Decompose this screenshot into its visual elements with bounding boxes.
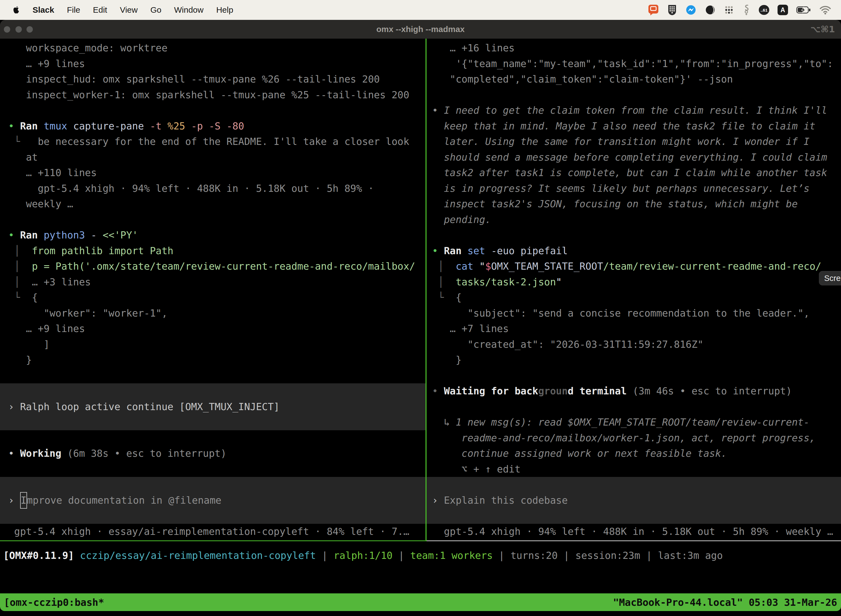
terminal-line: └ be necessary for the end of the README… [8,134,425,150]
terminal-line [8,103,425,119]
wifi-icon[interactable] [819,5,831,15]
battery-icon[interactable] [796,6,811,14]
right-terminal-pane[interactable]: … +16 lines '{"team_name":"my-team","tas… [426,39,841,540]
terminal-line [432,368,841,384]
terminal-line [8,383,425,399]
badge-61-label: ..61 [760,8,767,12]
terminal-line: is in progress? It seems likely but perh… [432,181,841,197]
screen: { "menu_bar": { "app_name": "Slack", "it… [0,0,841,616]
messenger-icon[interactable] [686,4,696,15]
terminal-line: › Improve documentation in @filename [8,493,425,508]
screen-share-icon[interactable] [648,4,659,16]
pane-status-line: gpt-5.4 xhigh · essay/ai-reimplementatio… [8,524,425,540]
screen-tooltip-label: Scre [824,274,841,283]
working-status: • Working (6m 38s • esc to interrupt) [8,430,425,477]
terminal-line: • Waiting for background terminal (3m 46… [432,383,841,399]
hud-line: [OMX#0.11.9] cczip/essay/ai-reimplementa… [3,548,723,563]
menu-item-edit[interactable]: Edit [93,5,107,14]
terminal-line [8,462,425,477]
terminal-line [432,399,841,415]
terminal-line: └ { [432,290,841,305]
terminal-line: │ cat "$OMX_TEAM_STATE_ROOT/team/review-… [432,259,841,274]
omx-hud-status-line: [OMX#0.11.9] cczip/essay/ai-reimplementa… [3,548,723,563]
dots-grid-icon[interactable] [724,5,734,15]
tmux-host-clock-label: "MacBook-Pro-44.local" 05:03 31-Mar-26 [613,597,837,608]
badge-61-icon[interactable]: ..61 [759,5,769,15]
left-terminal-pane[interactable]: workspace_mode: worktree … +9 lines insp… [0,39,425,540]
terminal-line: gpt-5.4 xhigh · 94% left · 488K in · 5.1… [8,181,425,197]
a-key-label: A [781,6,785,14]
terminal-line: weekly … [8,196,425,212]
terminal-line: │ p = Path('.omx/state/team/review-curre… [8,259,425,274]
menu-item-go[interactable]: Go [150,5,161,14]
terminal-line [432,477,841,493]
terminal-line: "created_at": "2026-03-31T11:59:27.816Z" [432,337,841,352]
menu-item-file[interactable]: File [67,5,80,14]
terminal-line: … +7 lines [432,321,841,337]
terminal-line [8,508,425,524]
terminal-line: • Working (6m 38s • esc to interrupt) [8,446,425,462]
tmux-session-label: [omx-cczip0:bash* [4,597,104,608]
terminal-line: • Ran set -euo pipefail [432,243,841,259]
terminal-line [432,87,841,103]
menu-item-slack[interactable]: Slack [32,5,54,15]
terminal-line: } [8,352,425,368]
terminal-line: › Ralph loop active continue [OMX_TMUX_I… [8,399,425,415]
terminal-line: inspect task2's JSON, focusing on the st… [432,196,841,212]
terminal-line [8,212,425,228]
terminal-line: │ … +3 lines [8,274,425,290]
terminal-line: • Ran python3 - <<'PY' [8,227,425,243]
terminal-line [8,477,425,493]
apple-menu-icon[interactable] [13,6,20,14]
terminal-line: │ from pathlib import Path [8,243,425,259]
terminal-line: │ tasks/task-2.json" [432,274,841,290]
terminal-line: readme-and-reco/mailbox/worker-1.json, a… [432,430,841,446]
terminal-line [432,508,841,524]
menu-item-window[interactable]: Window [174,5,204,14]
terminal-line: "worker": "worker-1", [8,305,425,321]
keypad-shield-icon[interactable] [667,4,677,16]
terminal-line: } [432,352,841,368]
menu-item-help[interactable]: Help [216,5,233,14]
terminal-line: … +110 lines [8,165,425,181]
menu-status-icons: ..61 A [648,4,833,16]
terminal-line: should send a message before completing … [432,150,841,165]
terminal-line: gpt-5.4 xhigh · essay/ai-reimplementatio… [8,524,425,540]
macos-menu-bar: Slack FileEditViewGoWindowHelp [0,0,841,20]
terminal-line: … +16 lines [432,40,841,56]
window-title: omx --xhigh --madmax [0,20,841,39]
tailscale-icon[interactable] [742,4,750,16]
terminal-line: ↳ 1 new msg(s): read $OMX_TEAM_STATE_ROO… [432,415,841,430]
terminal-line: › Explain this codebase [432,493,841,508]
terminal-line: ] [8,337,425,352]
menu-items: FileEditViewGoWindowHelp [67,5,246,15]
terminal-line: pending. [432,212,841,228]
left-pane-bottom-border [0,540,425,541]
window-title-bar[interactable]: omx --xhigh --madmax ⌥⌘1 [0,20,841,39]
pane-status-line: gpt-5.4 xhigh · 94% left · 488K in · 5.1… [432,524,841,540]
a-key-icon[interactable]: A [778,5,788,15]
scrollback-output: workspace_mode: worktree … +9 lines insp… [8,40,425,383]
terminal-line: at [8,150,425,165]
command-input[interactable]: › Improve documentation in @filename [0,477,425,524]
terminal-line [8,430,425,446]
terminal-line: [OMX#0.11.9] cczip/essay/ai-reimplementa… [3,548,723,563]
window-shortcut-label: ⌥⌘1 [810,20,835,39]
crescent-icon[interactable] [705,4,716,15]
terminal-line: … +9 lines [8,321,425,337]
terminal-line: gpt-5.4 xhigh · 94% left · 488K in · 5.1… [432,524,841,540]
terminal-window: omx --xhigh --madmax ⌥⌘1 workspace_mode:… [0,20,841,611]
terminal-line: inspect_worker-1: omx sparkshell --tmux-… [8,87,425,103]
terminal-line: • Ran tmux capture-pane -t %25 -p -S -80 [8,119,425,134]
terminal-line [8,415,425,430]
menu-item-view[interactable]: View [120,5,138,14]
terminal-line: task2 after task1 is complete, but can I… [432,165,841,181]
terminal-line [8,368,425,384]
terminal-line: inspect_hud: omx sparkshell --tmux-pane … [8,72,425,87]
terminal-line: "completed","claim_token":"claim-token"}… [432,72,841,87]
terminal-line: keep that in mind. Maybe I also need the… [432,119,841,134]
command-input[interactable]: › Explain this codebase [426,477,841,524]
terminal-line: └ { [8,290,425,305]
terminal-line: workspace_mode: worktree [8,40,425,56]
terminal-line: later. Using the same for transition mig… [432,134,841,150]
